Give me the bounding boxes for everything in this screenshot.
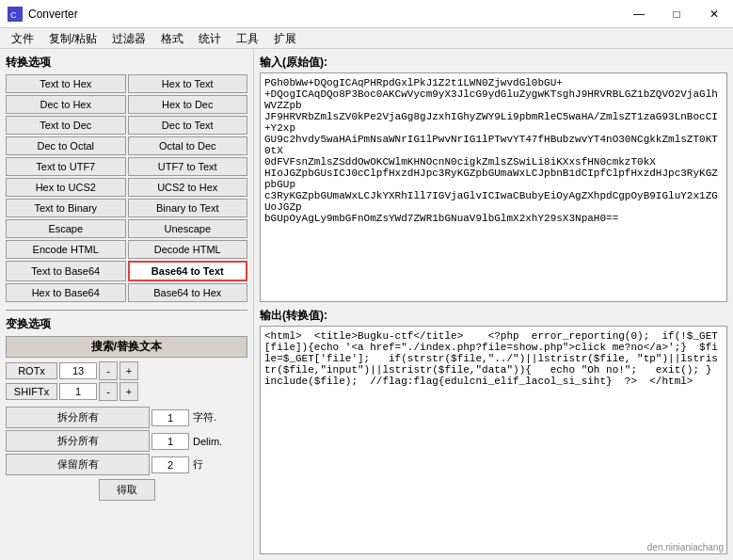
svg-text:C: C bbox=[10, 10, 17, 20]
menu-bar: 文件复制/粘贴过滤器格式统计工具扩展 bbox=[0, 28, 733, 49]
left-panel: 转换选项 Text to HexHex to TextDec to HexHex… bbox=[0, 49, 254, 560]
split-char-unit: 字符. bbox=[191, 410, 247, 424]
shift-value-input[interactable] bbox=[59, 383, 97, 400]
conv-btn-hex-to-dec[interactable]: Hex to Dec bbox=[128, 95, 248, 114]
conv-btn-dec-to-text[interactable]: Dec to Text bbox=[128, 116, 248, 135]
conv-btn-utf7-to-text[interactable]: UTF7 to Text bbox=[128, 157, 248, 176]
conv-btn-base64-to-text[interactable]: Base64 to Text bbox=[128, 261, 248, 281]
conv-btn-unescape[interactable]: Unescape bbox=[128, 219, 248, 238]
close-button[interactable]: ✕ bbox=[695, 0, 733, 28]
window-controls: — □ ✕ bbox=[620, 0, 733, 28]
input-label: 输入(原始值): bbox=[260, 55, 727, 71]
conv-btn-ucs2-to-hex[interactable]: UCS2 to Hex bbox=[128, 178, 248, 197]
conv-btn-dec-to-hex[interactable]: Dec to Hex bbox=[6, 95, 126, 114]
split-all-char-button[interactable]: 拆分所有 bbox=[6, 407, 150, 428]
conv-btn-text-to-hex[interactable]: Text to Hex bbox=[6, 74, 126, 93]
conv-btn-text-to-dec[interactable]: Text to Dec bbox=[6, 116, 126, 135]
rot-value-input[interactable] bbox=[59, 362, 97, 379]
split-delim-unit: Delim. bbox=[191, 436, 247, 447]
menu-item-复制/粘贴[interactable]: 复制/粘贴 bbox=[41, 30, 104, 46]
menu-item-统计[interactable]: 统计 bbox=[191, 30, 229, 46]
conv-btn-hex-to-text[interactable]: Hex to Text bbox=[128, 74, 248, 93]
menu-item-过滤器[interactable]: 过滤器 bbox=[104, 30, 153, 46]
rot-plus-button[interactable]: + bbox=[120, 361, 138, 380]
get-button[interactable]: 得取 bbox=[99, 479, 155, 501]
conv-btn-octal-to-dec[interactable]: Octal to Dec bbox=[128, 136, 248, 155]
rot-label: ROTx bbox=[6, 362, 57, 379]
conversion-button-grid: Text to HexHex to TextDec to HexHex to D… bbox=[6, 74, 247, 302]
maximize-button[interactable]: □ bbox=[658, 0, 695, 28]
watermark: den.ninianiachang bbox=[647, 542, 724, 552]
split-char-value[interactable] bbox=[151, 409, 189, 426]
right-panel: 输入(原始值): 输出(转换值): den.ninianiachang bbox=[254, 49, 733, 560]
conv-btn-hex-to-base64[interactable]: Hex to Base64 bbox=[6, 283, 126, 302]
input-area: 输入(原始值): bbox=[260, 55, 727, 302]
conv-btn-encode-html[interactable]: Encode HTML bbox=[6, 240, 126, 259]
conv-btn-text-to-base64[interactable]: Text to Base64 bbox=[6, 261, 126, 281]
conv-btn-text-to-binary[interactable]: Text to Binary bbox=[6, 199, 126, 217]
output-label: 输出(转换值): bbox=[260, 308, 727, 324]
output-textarea[interactable] bbox=[260, 326, 727, 555]
menu-item-文件[interactable]: 文件 bbox=[4, 30, 41, 46]
minimize-button[interactable]: — bbox=[620, 0, 658, 28]
conv-btn-dec-to-octal[interactable]: Dec to Octal bbox=[6, 136, 126, 155]
keep-all-unit: 行 bbox=[191, 457, 247, 472]
conv-btn-text-to-utf7[interactable]: Text to UTF7 bbox=[6, 157, 126, 176]
title-bar: C Converter — □ ✕ bbox=[0, 0, 733, 28]
split-row-2: 拆分所有 Delim. bbox=[6, 430, 247, 452]
rot-row-1: ROTx - + bbox=[6, 361, 247, 380]
section2-title: 变换选项 bbox=[6, 316, 247, 332]
search-replace-label: 搜索/替换文本 bbox=[6, 336, 247, 358]
divider1 bbox=[6, 310, 247, 311]
split-row-3: 保留所有 行 bbox=[6, 454, 247, 475]
menu-item-工具[interactable]: 工具 bbox=[229, 30, 266, 46]
shift-minus-button[interactable]: - bbox=[99, 382, 118, 401]
conv-btn-escape[interactable]: Escape bbox=[6, 219, 126, 238]
keep-all-button[interactable]: 保留所有 bbox=[6, 454, 150, 475]
keep-all-value[interactable] bbox=[151, 456, 189, 473]
split-row-1: 拆分所有 字符. bbox=[6, 407, 247, 428]
window-title: Converter bbox=[28, 8, 78, 21]
shift-plus-button[interactable]: + bbox=[120, 382, 138, 401]
shift-label: SHIFTx bbox=[6, 383, 57, 400]
menu-item-扩展[interactable]: 扩展 bbox=[266, 30, 304, 46]
split-delim-value[interactable] bbox=[151, 433, 189, 450]
menu-item-格式[interactable]: 格式 bbox=[153, 30, 191, 46]
section1-title: 转换选项 bbox=[6, 55, 247, 71]
conv-btn-decode-html[interactable]: Decode HTML bbox=[128, 240, 248, 259]
rot-minus-button[interactable]: - bbox=[99, 361, 118, 380]
conv-btn-hex-to-ucs2[interactable]: Hex to UCS2 bbox=[6, 178, 126, 197]
output-area: 输出(转换值): den.ninianiachang bbox=[260, 308, 727, 555]
app-icon: C bbox=[8, 7, 23, 22]
shift-row: SHIFTx - + bbox=[6, 382, 247, 401]
input-textarea[interactable] bbox=[260, 72, 727, 302]
main-content: 转换选项 Text to HexHex to TextDec to HexHex… bbox=[0, 49, 733, 560]
conv-btn-base64-to-hex[interactable]: Base64 to Hex bbox=[128, 283, 248, 302]
split-all-delim-button[interactable]: 拆分所有 bbox=[6, 430, 150, 452]
conv-btn-binary-to-text[interactable]: Binary to Text bbox=[128, 199, 248, 217]
